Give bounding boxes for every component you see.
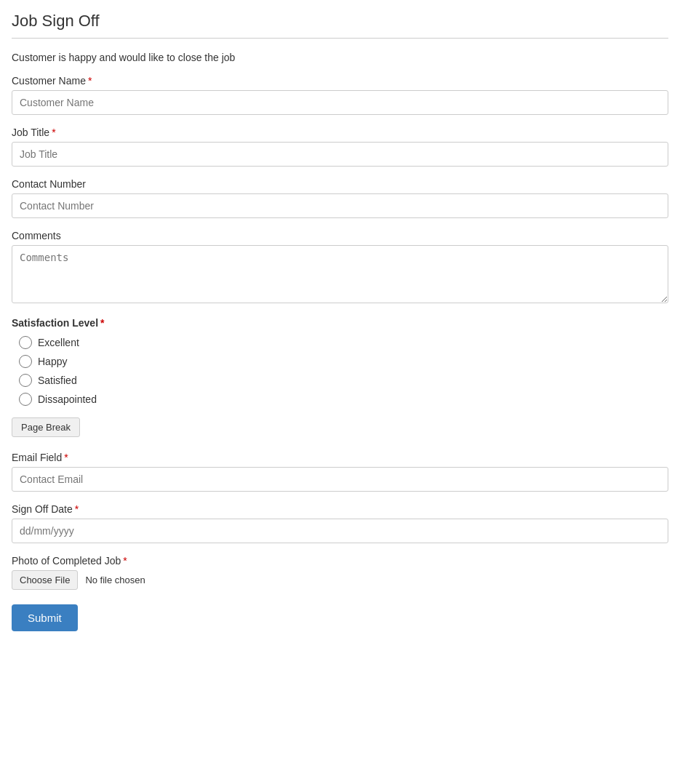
page-break-button[interactable]: Page Break	[12, 417, 80, 437]
photo-label: Photo of Completed Job*	[12, 555, 668, 567]
radio-item-happy: Happy	[19, 355, 668, 368]
customer-name-label: Customer Name*	[12, 75, 668, 87]
radio-dissapointed[interactable]	[19, 393, 32, 406]
choose-file-button[interactable]: Choose File	[12, 570, 78, 590]
submit-button[interactable]: Submit	[12, 604, 78, 631]
satisfaction-section: Satisfaction Level* Excellent Happy Sati…	[12, 317, 668, 406]
contact-number-label: Contact Number	[12, 178, 668, 190]
job-title-input[interactable]	[12, 142, 668, 167]
required-star: *	[52, 127, 55, 138]
radio-happy[interactable]	[19, 355, 32, 368]
job-title-label: Job Title*	[12, 127, 668, 138]
file-upload-wrapper: Choose File No file chosen	[12, 570, 668, 590]
radio-item-dissapointed: Dissapointed	[19, 393, 668, 406]
job-title-group: Job Title*	[12, 127, 668, 167]
sign-off-date-label: Sign Off Date*	[12, 503, 668, 515]
comments-group: Comments	[12, 230, 668, 305]
page-subtitle: Customer is happy and would like to clos…	[12, 52, 668, 63]
radio-satisfied-label: Satisfied	[38, 375, 77, 386]
contact-number-group: Contact Number	[12, 178, 668, 218]
radio-excellent[interactable]	[19, 336, 32, 349]
required-star: *	[88, 75, 92, 87]
sign-off-date-input[interactable]	[12, 519, 668, 543]
email-field-label: Email Field*	[12, 452, 668, 463]
satisfaction-radio-group: Excellent Happy Satisfied Dissapointed	[12, 336, 668, 406]
no-file-text: No file chosen	[85, 575, 145, 585]
email-field-group: Email Field*	[12, 452, 668, 492]
comments-label: Comments	[12, 230, 668, 241]
required-star: *	[75, 503, 79, 515]
photo-upload-group: Photo of Completed Job* Choose File No f…	[12, 555, 668, 590]
required-star: *	[100, 317, 104, 329]
sign-off-date-group: Sign Off Date*	[12, 503, 668, 543]
radio-item-satisfied: Satisfied	[19, 374, 668, 387]
comments-textarea[interactable]	[12, 245, 668, 303]
radio-happy-label: Happy	[38, 356, 67, 367]
radio-satisfied[interactable]	[19, 374, 32, 387]
radio-item-excellent: Excellent	[19, 336, 668, 349]
customer-name-group: Customer Name*	[12, 75, 668, 115]
required-star: *	[64, 452, 68, 463]
required-star: *	[123, 555, 127, 567]
email-input[interactable]	[12, 467, 668, 492]
page-title: Job Sign Off	[12, 12, 668, 39]
satisfaction-label: Satisfaction Level*	[12, 317, 668, 329]
contact-number-input[interactable]	[12, 193, 668, 218]
radio-excellent-label: Excellent	[38, 337, 79, 348]
customer-name-input[interactable]	[12, 90, 668, 115]
radio-dissapointed-label: Dissapointed	[38, 393, 97, 405]
